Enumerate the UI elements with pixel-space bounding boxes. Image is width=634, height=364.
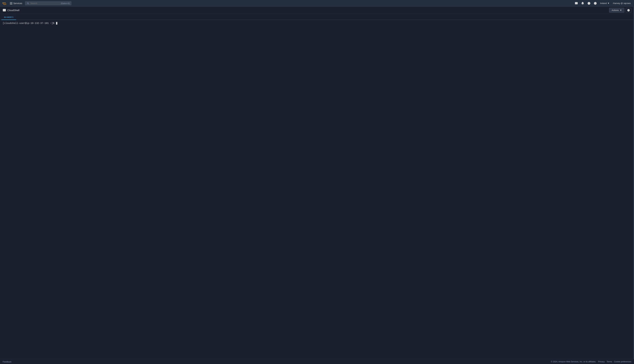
search-bar: [Option+S] [25,1,72,5]
tab-bar: eu-west-1 [0,14,634,20]
search-shortcut: [Option+S] [61,2,70,4]
user-menu[interactable]: rharvey @ sqcows [611,1,632,5]
cloudshell-actions-area: Actions ▼ [609,8,631,12]
svg-rect-6 [3,9,6,11]
footer: Feedback © 2024, Amazon Web Services, In… [0,359,634,364]
cloudshell-nav-icon[interactable] [573,1,579,6]
search-icon [27,2,29,4]
search-input[interactable] [31,2,60,4]
user-label: rharvey @ sqcows [613,2,631,4]
footer-right: © 2024, Amazon Web Services, Inc. or its… [551,360,631,363]
terminal-prompt: [cloudshell-user@ip-10-132-37-101 ~]$ [3,22,631,24]
footer-left: Feedback [3,360,551,363]
cookie-link[interactable]: Cookie preferences [614,360,631,363]
cloudshell-title-text: CloudShell [7,9,20,12]
help-icon[interactable] [586,1,592,6]
actions-dropdown-icon: ▼ [620,9,622,12]
region-selector[interactable]: Ireland ▼ [599,1,611,5]
privacy-label: Privacy [598,360,604,363]
services-label: Services [13,2,22,5]
region-dropdown-icon: ▼ [607,2,609,4]
cookie-label: Cookie preferences [614,360,631,363]
feedback-button[interactable]: Feedback [3,361,12,363]
tab-label: eu-west-1 [4,16,14,18]
feedback-label: Feedback [3,361,12,363]
nav-icons: Ireland ▼ rharvey @ sqcows [573,1,632,6]
svg-text:aws: aws [2,2,6,4]
terms-link[interactable]: Terms [606,360,612,363]
grid-icon [10,2,12,4]
terminal-cursor [56,22,57,24]
actions-button[interactable]: Actions ▼ [609,8,624,12]
region-label: Ireland [600,2,607,4]
gear-icon [627,9,630,12]
settings-nav-icon[interactable] [592,1,598,6]
cloudshell-title-area: CloudShell [3,9,20,12]
svg-rect-2 [575,2,578,4]
top-navigation: aws Services [Option+S] [0,0,634,7]
resize-bar[interactable] [633,7,634,359]
actions-label: Actions [611,9,619,12]
tab-eu-west-1[interactable]: eu-west-1 [1,14,16,20]
prompt-text: [cloudshell-user@ip-10-132-37-101 ~]$ [3,22,56,24]
terms-label: Terms [606,360,612,363]
cloudshell-title-icon [3,9,6,12]
privacy-link[interactable]: Privacy [598,360,604,363]
cloudshell-settings-button[interactable] [626,8,631,12]
terminal-container[interactable]: [cloudshell-user@ip-10-132-37-101 ~]$ [0,20,634,359]
copyright-text: © 2024, Amazon Web Services, Inc. or its… [551,360,596,363]
aws-logo[interactable]: aws [2,1,7,6]
cloudshell-header: CloudShell Actions ▼ [0,7,634,14]
services-button[interactable]: Services [9,1,24,5]
notifications-icon[interactable] [580,1,585,6]
